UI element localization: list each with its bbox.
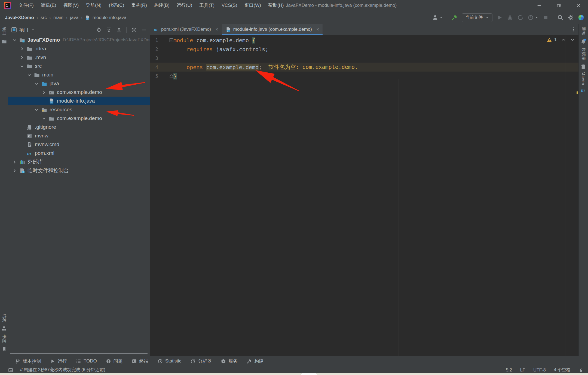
menu-item-4[interactable]: 代码(C) xyxy=(105,0,128,11)
tree-item-.gitignore[interactable]: .gitignore xyxy=(8,123,150,131)
chevron-right-icon[interactable] xyxy=(20,55,24,60)
chevron-right-icon[interactable] xyxy=(12,160,17,164)
debug-button[interactable] xyxy=(507,14,513,21)
close-button[interactable] xyxy=(568,0,588,11)
build-project-button[interactable] xyxy=(451,14,458,21)
menu-item-1[interactable]: 编辑(E) xyxy=(37,0,60,11)
run-configuration-selector[interactable]: 当前文件 xyxy=(462,13,492,22)
tool-window-stripe-button-数据库[interactable]: 数据库 xyxy=(579,46,588,62)
minus-button[interactable] xyxy=(141,27,147,33)
chevron-down-icon[interactable] xyxy=(34,81,39,86)
tool-window-button-运行[interactable]: 运行 xyxy=(50,358,67,364)
tool-window-stripe-button-通知[interactable]: 通知 xyxy=(579,25,588,37)
tool-window-button-服务[interactable]: 服务 xyxy=(221,358,238,364)
next-problem-icon[interactable] xyxy=(570,38,575,42)
tool-window-stripe-button-书签[interactable]: 书签 xyxy=(0,333,8,345)
tree-item-外部库[interactable]: 外部库 xyxy=(8,158,150,166)
breadcrumb-item-0[interactable]: JavaFXDemo xyxy=(5,15,34,20)
chevron-right-icon[interactable] xyxy=(42,90,46,95)
chevron-right-icon[interactable] xyxy=(12,168,17,173)
menu-item-3[interactable]: 导航(N) xyxy=(82,0,105,11)
tool-window-button-构建[interactable]: 构建 xyxy=(247,358,264,364)
horizontal-scrollbar[interactable] xyxy=(10,353,148,354)
tree-item-com.example.demo[interactable]: com.example.demo xyxy=(8,88,150,97)
gear-button[interactable] xyxy=(131,27,137,33)
menu-item-11[interactable]: 帮助(H) xyxy=(265,0,287,11)
code-line-3[interactable]: 3 xyxy=(150,54,578,63)
tree-item-java[interactable]: java xyxy=(8,79,150,88)
tool-window-button-终端[interactable]: 终端 xyxy=(132,358,149,364)
chevron-right-icon[interactable] xyxy=(20,47,24,51)
tree-item-src[interactable]: src xyxy=(8,62,150,70)
tab-close-icon[interactable]: × xyxy=(316,27,319,32)
collapseAll-button[interactable] xyxy=(116,27,122,33)
file-writable-toggle[interactable] xyxy=(579,368,583,372)
menu-item-5[interactable]: 重构(R) xyxy=(128,0,151,11)
menu-item-7[interactable]: 运行(U) xyxy=(173,0,196,11)
tool-window-stripe-button-Maven[interactable]: Maven xyxy=(579,71,588,86)
layout-icon[interactable] xyxy=(8,368,13,373)
chevron-down-icon[interactable] xyxy=(34,107,39,112)
profile-avatar[interactable] xyxy=(432,14,443,21)
menu-item-8[interactable]: 工具(T) xyxy=(196,0,218,11)
code-line-1[interactable]: 1module com.example.demo { xyxy=(150,36,578,45)
tool-window-stripe-button-结构[interactable]: 结构 xyxy=(0,312,8,324)
minimize-button[interactable] xyxy=(529,0,549,11)
tree-item-.idea[interactable]: .idea xyxy=(8,44,150,53)
fold-collapse-icon[interactable] xyxy=(169,38,173,42)
tree-item-JavaFXDemo[interactable]: JavaFXDemoD:\IDEAProjects\JCNCProjects\J… xyxy=(8,36,150,44)
chevron-down-icon[interactable] xyxy=(20,64,24,69)
tab-close-icon[interactable]: × xyxy=(215,27,218,32)
menu-item-2[interactable]: 视图(V) xyxy=(60,0,82,11)
run-button[interactable] xyxy=(497,14,503,21)
breadcrumb-item-3[interactable]: java xyxy=(70,15,78,20)
tab-list-menu-button[interactable] xyxy=(571,24,578,35)
tree-item-临时文件和控制台[interactable]: 临时文件和控制台 xyxy=(8,166,150,175)
tool-window-button-问题[interactable]: 问题 xyxy=(106,358,123,364)
breadcrumb-item-1[interactable]: src xyxy=(41,15,47,20)
chevron-down-icon[interactable] xyxy=(12,38,17,42)
tool-window-button-分析器[interactable]: 分析器 xyxy=(190,358,212,364)
profiler-button[interactable] xyxy=(517,14,523,21)
breadcrumb-item-2[interactable]: main xyxy=(53,15,63,20)
chevron-down-icon[interactable] xyxy=(42,116,46,121)
breadcrumb-item-4[interactable]: module-info.java xyxy=(93,15,127,20)
menu-item-0[interactable]: 文件(F) xyxy=(15,0,37,11)
tree-item-.mvn[interactable]: .mvn xyxy=(8,53,150,62)
tool-window-button-TODO[interactable]: TODO xyxy=(76,358,97,364)
tree-item-module-info.java[interactable]: Jmodule-info.java xyxy=(8,97,150,105)
target-button[interactable] xyxy=(96,27,102,33)
restore-button[interactable] xyxy=(549,0,568,11)
editor-tab-1[interactable]: Jmodule-info.java (com.example.demo)× xyxy=(222,24,323,35)
tool-window-button-Statistic[interactable]: Statistic xyxy=(158,358,182,364)
menu-item-10[interactable]: 窗口(W) xyxy=(241,0,265,11)
editor[interactable]: 1module com.example.demo {2 requires jav… xyxy=(150,35,578,356)
settings-button[interactable] xyxy=(568,14,574,21)
code-line-4[interactable]: 4 opens com.example.demo; 软件包为空: com.exa… xyxy=(150,63,578,72)
tree-item-mvnw.cmd[interactable]: mvnw.cmd xyxy=(8,140,150,149)
search-everywhere-button[interactable] xyxy=(557,14,564,21)
inspection-widget[interactable]: 1 xyxy=(547,37,575,42)
fold-end-icon[interactable] xyxy=(169,74,173,78)
chevron-down-icon[interactable] xyxy=(27,73,32,77)
previous-problem-icon[interactable] xyxy=(561,38,566,42)
tool-window-stripe-button-项目[interactable]: 项目 xyxy=(0,25,8,37)
file-encoding[interactable]: UTF-8 xyxy=(533,368,546,373)
chevron-down-icon[interactable] xyxy=(31,28,35,32)
stop-button[interactable] xyxy=(543,14,549,21)
tree-item-main[interactable]: main xyxy=(8,70,150,79)
caret-position[interactable]: 5:2 xyxy=(506,368,512,373)
coverage-button[interactable] xyxy=(528,14,538,21)
tree-item-mvnw[interactable]: mvnw xyxy=(8,131,150,140)
tree-item-pom.xml[interactable]: mpom.xml xyxy=(8,149,150,158)
code-line-5[interactable]: 5} xyxy=(150,72,578,81)
line-separator[interactable]: LF xyxy=(520,368,525,373)
code-line-2[interactable]: 2 requires javafx.controls; xyxy=(150,45,578,54)
menu-item-9[interactable]: VCS(S) xyxy=(218,0,241,11)
code-area[interactable]: 1module com.example.demo {2 requires jav… xyxy=(150,36,578,81)
project-panel-title[interactable]: 项目 xyxy=(19,27,29,33)
menu-item-6[interactable]: 构建(B) xyxy=(151,0,173,11)
error-stripe-warning-mark[interactable] xyxy=(577,91,578,94)
tree-item-com.example.demo[interactable]: com.example.demo xyxy=(8,114,150,123)
expandAll-button[interactable] xyxy=(106,27,112,33)
